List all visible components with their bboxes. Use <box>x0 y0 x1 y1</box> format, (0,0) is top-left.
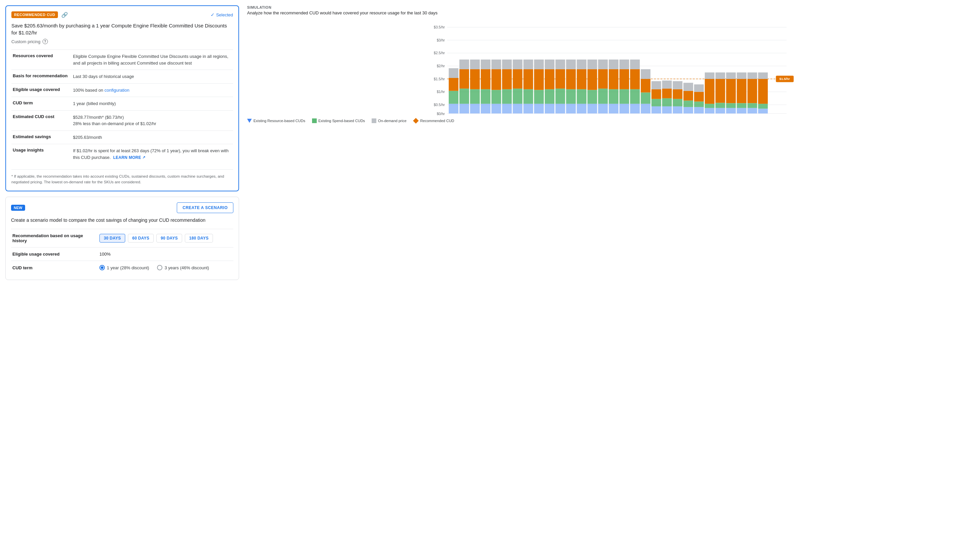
svg-rect-131 <box>747 108 757 113</box>
help-icon[interactable]: ? <box>42 39 48 44</box>
svg-rect-108 <box>683 101 693 107</box>
svg-rect-73 <box>587 69 597 90</box>
svg-rect-21 <box>449 78 458 91</box>
row-label: Eligible usage covered <box>11 248 98 261</box>
card-header-left: RECOMMENDED CUD 🔗 <box>12 12 68 18</box>
svg-rect-56 <box>545 89 555 104</box>
svg-rect-124 <box>726 103 736 108</box>
svg-rect-19 <box>449 104 458 113</box>
svg-rect-78 <box>598 60 608 69</box>
svg-rect-58 <box>545 60 555 69</box>
row-value: $528.77/month* ($0.73/hr) 28% less than … <box>72 110 233 130</box>
svg-rect-45 <box>513 69 522 88</box>
svg-rect-88 <box>630 89 640 104</box>
svg-rect-114 <box>694 84 704 92</box>
svg-text:$1.5/hr: $1.5/hr <box>434 77 445 81</box>
row-label: Recommendation based on usage history <box>11 229 98 248</box>
svg-rect-105 <box>673 89 682 99</box>
svg-text:$0/hr: $0/hr <box>437 112 445 115</box>
svg-rect-55 <box>545 104 555 113</box>
svg-rect-48 <box>523 89 533 104</box>
row-value: If $1.02/hr is spent for at least 263 da… <box>72 144 233 164</box>
svg-rect-38 <box>491 60 501 69</box>
svg-rect-112 <box>694 102 704 107</box>
svg-rect-44 <box>513 88 522 104</box>
cud-term-radio-group: 1 year (28% discount) 3 years (46% disco… <box>99 265 232 270</box>
svg-rect-115 <box>705 108 715 113</box>
legend-label-on-demand: On-demand price <box>378 119 406 123</box>
day-button-30[interactable]: 30 DAYS <box>99 234 125 243</box>
legend-label-recommended-cud: Recommended CUD <box>420 119 454 123</box>
legend-item-recommended-cud: Recommended CUD <box>413 119 454 123</box>
svg-rect-64 <box>566 89 576 104</box>
svg-rect-104 <box>673 99 682 107</box>
card-header: RECOMMENDED CUD 🔗 ✓ Selected <box>12 12 233 18</box>
day-button-180[interactable]: 180 DAYS <box>185 234 213 243</box>
svg-rect-129 <box>737 79 747 103</box>
svg-rect-74 <box>587 60 597 69</box>
svg-rect-121 <box>715 79 725 103</box>
svg-rect-65 <box>566 69 576 89</box>
square-icon-green <box>312 118 317 123</box>
day-button-90[interactable]: 90 DAYS <box>156 234 182 243</box>
table-row: Recommendation based on usage history 30… <box>11 229 233 248</box>
svg-rect-23 <box>459 104 469 113</box>
svg-text:$3/hr: $3/hr <box>437 38 445 42</box>
svg-rect-133 <box>747 79 757 103</box>
triangle-icon <box>247 119 252 123</box>
svg-rect-91 <box>641 104 650 113</box>
svg-rect-66 <box>566 60 576 69</box>
learn-more-link[interactable]: LEARN MORE ↗ <box>113 155 145 160</box>
row-label: Usage insights <box>12 144 72 164</box>
svg-rect-92 <box>641 93 650 104</box>
svg-rect-59 <box>555 104 565 113</box>
table-row: Basis for recommendation Last 30 days of… <box>12 70 233 83</box>
scenario-title: Create a scenario model to compare the c… <box>11 217 233 224</box>
svg-rect-103 <box>673 107 682 113</box>
table-row: Eligible usage covered 100% based on con… <box>12 83 233 97</box>
svg-rect-118 <box>705 73 715 79</box>
svg-rect-33 <box>481 69 491 89</box>
svg-rect-102 <box>662 81 672 88</box>
svg-rect-109 <box>683 91 693 101</box>
link-icon[interactable]: 🔗 <box>61 12 68 18</box>
radio-option-1year[interactable]: 1 year (28% discount) <box>99 265 149 270</box>
radio-option-3year[interactable]: 3 years (46% discount) <box>157 265 209 270</box>
svg-rect-75 <box>598 104 608 113</box>
custom-pricing-row: Custom pricing ? <box>12 39 233 44</box>
row-label: Resources covered <box>12 50 72 70</box>
row-value: 1 year (28% discount) 3 years (46% disco… <box>98 261 233 275</box>
svg-rect-54 <box>534 60 544 69</box>
scenario-card: NEW CREATE A SCENARIO Create a scenario … <box>5 197 239 280</box>
radio-circle-1year <box>99 265 105 270</box>
details-table: Resources covered Eligible Compute Engin… <box>12 50 233 164</box>
svg-rect-22 <box>449 68 458 78</box>
svg-rect-52 <box>534 90 544 104</box>
svg-rect-136 <box>758 104 768 108</box>
configuration-link[interactable]: configuration <box>104 88 129 93</box>
svg-rect-93 <box>641 79 650 93</box>
svg-rect-61 <box>555 69 565 88</box>
recommended-badge: RECOMMENDED CUD <box>12 12 58 18</box>
svg-rect-117 <box>705 79 715 104</box>
svg-rect-41 <box>502 69 512 89</box>
svg-rect-39 <box>502 104 512 113</box>
radio-label-1year: 1 year (28% discount) <box>107 265 149 270</box>
svg-rect-51 <box>534 104 544 113</box>
create-scenario-button[interactable]: CREATE A SCENARIO <box>177 202 233 213</box>
simulation-eyebrow: Simulation <box>247 5 974 9</box>
svg-rect-72 <box>587 90 597 104</box>
svg-rect-100 <box>662 98 672 107</box>
svg-rect-97 <box>652 89 661 99</box>
svg-rect-86 <box>620 60 629 69</box>
legend-item-resource-cuds: Existing Resource-based CUDs <box>247 118 305 123</box>
custom-pricing-label: Custom pricing <box>12 39 40 44</box>
svg-rect-130 <box>737 73 747 79</box>
svg-rect-31 <box>481 104 491 113</box>
day-button-60[interactable]: 60 DAYS <box>128 234 154 243</box>
table-row: Resources covered Eligible Compute Engin… <box>12 50 233 70</box>
svg-rect-42 <box>502 60 512 69</box>
svg-rect-125 <box>726 79 736 103</box>
svg-rect-116 <box>705 104 715 108</box>
svg-rect-32 <box>481 89 491 104</box>
